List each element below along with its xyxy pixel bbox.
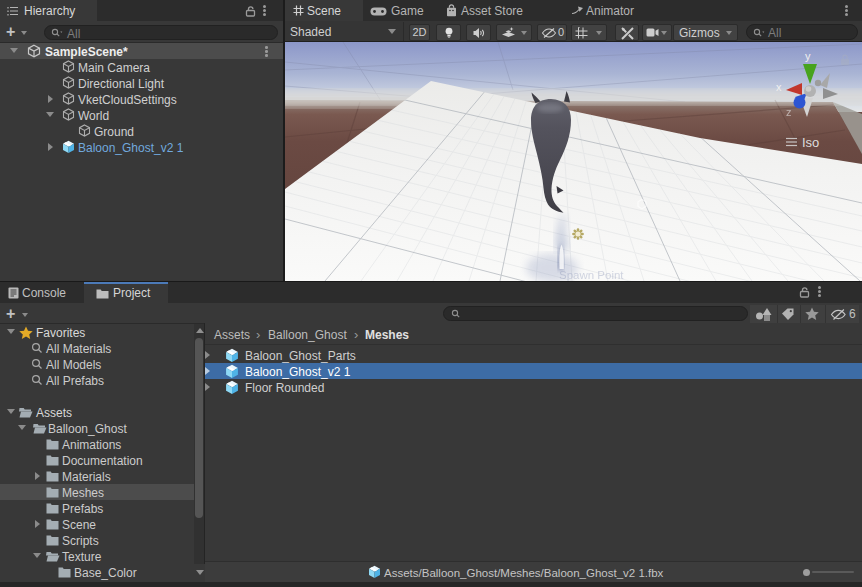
svg-text:Spawn Point: Spawn Point (559, 269, 624, 281)
svg-text:x: x (776, 81, 782, 93)
svg-text:z: z (786, 106, 792, 118)
svg-text:Iso: Iso (802, 135, 819, 150)
svg-text:y: y (805, 50, 811, 62)
